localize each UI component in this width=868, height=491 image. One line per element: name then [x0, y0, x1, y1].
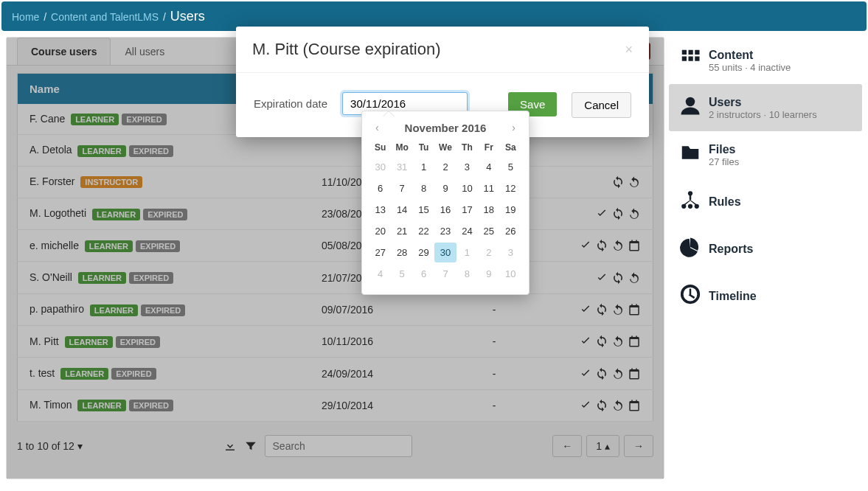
- pie-icon: [679, 236, 709, 262]
- sidebar-item-sub: 55 units · 4 inactive: [709, 62, 791, 73]
- cal-day[interactable]: 19: [500, 200, 521, 220]
- cal-day[interactable]: 9: [478, 264, 499, 284]
- folder-icon: [679, 142, 709, 168]
- cal-day[interactable]: 1: [413, 157, 434, 177]
- cal-day[interactable]: 17: [456, 200, 478, 220]
- slash: /: [163, 11, 166, 23]
- sidebar-item-title: Files: [709, 143, 739, 156]
- sidebar-item-title: Timeline: [709, 290, 757, 303]
- cal-day[interactable]: 1: [456, 243, 478, 262]
- expiration-label: Expiration date: [254, 97, 327, 110]
- svg-point-9: [688, 204, 692, 209]
- sidebar-item-title: Reports: [709, 243, 753, 256]
- grid-icon: [679, 47, 709, 74]
- cal-day[interactable]: 21: [391, 221, 412, 241]
- sidebar-item-users[interactable]: Users 2 instructors · 10 learners: [669, 84, 862, 131]
- sidebar-item-title: Rules: [709, 195, 741, 209]
- sidebar-item-title: Content: [709, 49, 791, 62]
- cal-day[interactable]: 10: [456, 178, 478, 198]
- cal-day[interactable]: 2: [478, 243, 499, 262]
- sidebar-item-files[interactable]: Files 27 files: [669, 131, 862, 178]
- svg-point-7: [688, 191, 692, 195]
- cal-day[interactable]: 20: [369, 221, 391, 241]
- cal-dow: Su: [369, 139, 391, 156]
- cancel-button[interactable]: Cancel: [572, 92, 631, 118]
- slash: /: [44, 11, 46, 23]
- cal-day[interactable]: 26: [500, 221, 521, 241]
- cal-day[interactable]: 18: [478, 200, 499, 220]
- tree-icon: [679, 189, 709, 215]
- svg-rect-1: [689, 50, 693, 55]
- svg-rect-5: [695, 57, 699, 61]
- cal-day[interactable]: 15: [413, 200, 434, 220]
- sidebar-item-content[interactable]: Content 55 units · 4 inactive: [669, 37, 862, 84]
- svg-rect-3: [682, 57, 687, 61]
- crumb-current: Users: [170, 9, 205, 24]
- cal-day[interactable]: 25: [478, 221, 499, 241]
- cal-day[interactable]: 13: [369, 200, 391, 220]
- cal-day[interactable]: 30: [434, 243, 456, 262]
- sidebar: Content 55 units · 4 inactive Users 2 in…: [669, 37, 862, 479]
- cal-day[interactable]: 3: [456, 157, 478, 177]
- sidebar-item-sub: 2 instructors · 10 learners: [709, 109, 817, 120]
- sidebar-item-reports[interactable]: Reports: [669, 226, 862, 273]
- cal-next-icon[interactable]: ›: [507, 120, 520, 135]
- cal-day[interactable]: 3: [500, 243, 521, 262]
- clock-icon: [679, 283, 709, 310]
- close-icon[interactable]: ×: [625, 42, 633, 58]
- cal-dow: We: [434, 139, 456, 156]
- svg-point-6: [686, 97, 695, 107]
- cal-day[interactable]: 31: [391, 157, 412, 177]
- cal-day[interactable]: 4: [369, 264, 391, 284]
- svg-rect-4: [689, 57, 693, 61]
- cal-day[interactable]: 5: [500, 157, 521, 177]
- cal-prev-icon[interactable]: ‹: [371, 120, 383, 135]
- crumb-section[interactable]: Content and TalentLMS: [51, 11, 159, 23]
- date-picker[interactable]: ‹ November 2016 › SuMoTuWeThFrSa30311234…: [361, 111, 530, 295]
- sidebar-item-sub: 27 files: [709, 156, 739, 167]
- crumb-home[interactable]: Home: [12, 11, 39, 23]
- cal-day[interactable]: 10: [500, 264, 521, 284]
- cal-day[interactable]: 11: [478, 178, 499, 198]
- cal-day[interactable]: 28: [391, 243, 412, 262]
- cal-day[interactable]: 9: [434, 178, 456, 198]
- cal-dow: Th: [456, 139, 478, 156]
- cal-day[interactable]: 7: [391, 178, 412, 198]
- svg-rect-2: [695, 50, 699, 55]
- sidebar-item-title: Users: [709, 96, 817, 109]
- cal-dow: Sa: [500, 139, 521, 156]
- cal-day[interactable]: 8: [456, 264, 478, 284]
- cal-day[interactable]: 24: [456, 221, 478, 241]
- user-icon: [679, 94, 709, 121]
- cal-day[interactable]: 2: [434, 157, 456, 177]
- cal-month-title: November 2016: [405, 122, 487, 134]
- cal-day[interactable]: 5: [391, 264, 412, 284]
- sidebar-item-rules[interactable]: Rules: [669, 178, 862, 226]
- cal-dow: Fr: [478, 139, 499, 156]
- cal-day[interactable]: 8: [413, 178, 434, 198]
- modal-title: M. Pitt (Course expiration): [252, 40, 441, 59]
- cal-day[interactable]: 23: [434, 221, 456, 241]
- svg-rect-0: [682, 50, 687, 55]
- cal-day[interactable]: 6: [413, 264, 434, 284]
- cal-day[interactable]: 7: [434, 264, 456, 284]
- cal-day[interactable]: 12: [500, 178, 521, 198]
- cal-day[interactable]: 4: [478, 157, 499, 177]
- sidebar-item-timeline[interactable]: Timeline: [669, 273, 862, 320]
- cal-day[interactable]: 6: [369, 178, 391, 198]
- cal-day[interactable]: 14: [391, 200, 412, 220]
- cal-dow: Tu: [413, 139, 434, 156]
- cal-dow: Mo: [391, 139, 412, 156]
- cal-day[interactable]: 29: [413, 243, 434, 262]
- cal-day[interactable]: 22: [413, 221, 434, 241]
- cal-day[interactable]: 16: [434, 200, 456, 220]
- cal-day[interactable]: 27: [369, 243, 391, 262]
- cal-day[interactable]: 30: [369, 157, 391, 177]
